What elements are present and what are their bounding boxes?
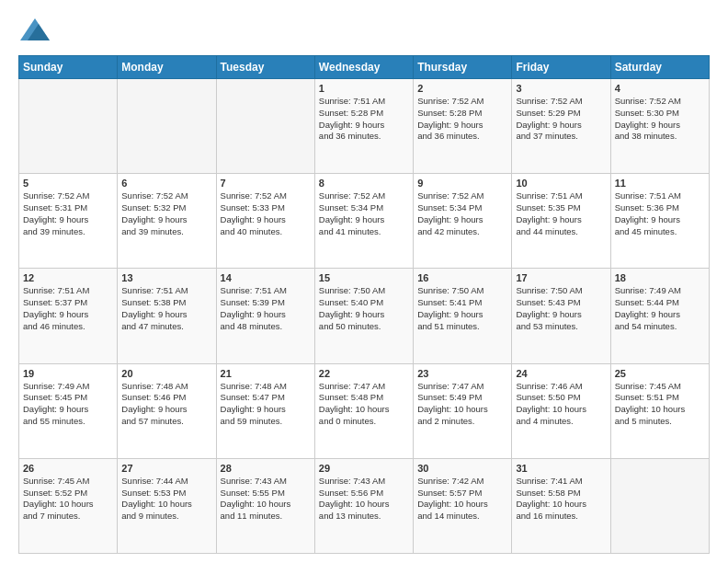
- day-cell: 28Sunrise: 7:43 AM Sunset: 5:55 PM Dayli…: [216, 458, 314, 553]
- day-cell: [118, 79, 216, 174]
- day-number: 3: [516, 83, 606, 94]
- header-cell-monday: Monday: [118, 56, 216, 79]
- day-cell: 27Sunrise: 7:44 AM Sunset: 5:53 PM Dayli…: [118, 458, 216, 553]
- day-cell: 23Sunrise: 7:47 AM Sunset: 5:49 PM Dayli…: [414, 363, 512, 458]
- day-cell: 25Sunrise: 7:45 AM Sunset: 5:51 PM Dayli…: [610, 363, 709, 458]
- day-number: 13: [121, 272, 211, 283]
- day-number: 26: [23, 463, 113, 474]
- day-detail: Sunrise: 7:49 AM Sunset: 5:44 PM Dayligh…: [615, 285, 705, 332]
- day-number: 9: [417, 178, 507, 189]
- day-number: 30: [417, 463, 507, 474]
- day-cell: 15Sunrise: 7:50 AM Sunset: 5:40 PM Dayli…: [314, 269, 413, 363]
- day-detail: Sunrise: 7:49 AM Sunset: 5:45 PM Dayligh…: [23, 381, 113, 428]
- day-cell: 14Sunrise: 7:51 AM Sunset: 5:39 PM Dayli…: [216, 269, 314, 363]
- header: [18, 15, 710, 48]
- day-detail: Sunrise: 7:45 AM Sunset: 5:51 PM Dayligh…: [615, 381, 705, 428]
- day-number: 11: [615, 178, 705, 189]
- day-detail: Sunrise: 7:41 AM Sunset: 5:58 PM Dayligh…: [516, 476, 606, 523]
- day-cell: 6Sunrise: 7:52 AM Sunset: 5:32 PM Daylig…: [118, 174, 216, 269]
- day-number: 23: [417, 368, 507, 379]
- day-detail: Sunrise: 7:47 AM Sunset: 5:48 PM Dayligh…: [319, 381, 409, 428]
- day-detail: Sunrise: 7:52 AM Sunset: 5:32 PM Dayligh…: [121, 190, 211, 237]
- header-cell-wednesday: Wednesday: [314, 56, 413, 79]
- header-cell-tuesday: Tuesday: [216, 56, 314, 79]
- day-detail: Sunrise: 7:48 AM Sunset: 5:46 PM Dayligh…: [121, 381, 211, 428]
- day-detail: Sunrise: 7:52 AM Sunset: 5:34 PM Dayligh…: [417, 190, 507, 237]
- day-detail: Sunrise: 7:52 AM Sunset: 5:33 PM Dayligh…: [221, 190, 311, 237]
- day-number: 19: [23, 368, 113, 379]
- day-number: 25: [615, 368, 705, 379]
- day-number: 29: [319, 463, 409, 474]
- day-detail: Sunrise: 7:43 AM Sunset: 5:56 PM Dayligh…: [319, 476, 409, 523]
- week-row-1: 5Sunrise: 7:52 AM Sunset: 5:31 PM Daylig…: [19, 174, 710, 269]
- day-number: 15: [319, 272, 409, 283]
- header-cell-saturday: Saturday: [610, 56, 709, 79]
- day-number: 8: [319, 178, 409, 189]
- day-cell: [19, 79, 118, 174]
- day-cell: 29Sunrise: 7:43 AM Sunset: 5:56 PM Dayli…: [314, 458, 413, 553]
- day-cell: 10Sunrise: 7:51 AM Sunset: 5:35 PM Dayli…: [512, 174, 610, 269]
- day-cell: 3Sunrise: 7:52 AM Sunset: 5:29 PM Daylig…: [512, 79, 610, 174]
- day-number: 28: [221, 463, 311, 474]
- header-cell-friday: Friday: [512, 56, 610, 79]
- day-number: 22: [319, 368, 409, 379]
- day-cell: 18Sunrise: 7:49 AM Sunset: 5:44 PM Dayli…: [610, 269, 709, 363]
- day-detail: Sunrise: 7:45 AM Sunset: 5:52 PM Dayligh…: [23, 476, 113, 523]
- day-number: 21: [221, 368, 311, 379]
- calendar-header: SundayMondayTuesdayWednesdayThursdayFrid…: [19, 56, 710, 79]
- day-number: 14: [221, 272, 311, 283]
- header-cell-thursday: Thursday: [414, 56, 512, 79]
- week-row-2: 12Sunrise: 7:51 AM Sunset: 5:37 PM Dayli…: [19, 269, 710, 363]
- day-cell: [610, 458, 709, 553]
- day-cell: 1Sunrise: 7:51 AM Sunset: 5:28 PM Daylig…: [314, 79, 413, 174]
- day-cell: 7Sunrise: 7:52 AM Sunset: 5:33 PM Daylig…: [216, 174, 314, 269]
- day-cell: 5Sunrise: 7:52 AM Sunset: 5:31 PM Daylig…: [19, 174, 118, 269]
- day-cell: 22Sunrise: 7:47 AM Sunset: 5:48 PM Dayli…: [314, 363, 413, 458]
- day-cell: 17Sunrise: 7:50 AM Sunset: 5:43 PM Dayli…: [512, 269, 610, 363]
- day-cell: 11Sunrise: 7:51 AM Sunset: 5:36 PM Dayli…: [610, 174, 709, 269]
- day-cell: 4Sunrise: 7:52 AM Sunset: 5:30 PM Daylig…: [610, 79, 709, 174]
- day-number: 18: [615, 272, 705, 283]
- day-detail: Sunrise: 7:51 AM Sunset: 5:38 PM Dayligh…: [121, 285, 211, 332]
- day-number: 10: [516, 178, 606, 189]
- day-detail: Sunrise: 7:51 AM Sunset: 5:36 PM Dayligh…: [615, 190, 705, 237]
- day-detail: Sunrise: 7:52 AM Sunset: 5:34 PM Dayligh…: [319, 190, 409, 237]
- day-detail: Sunrise: 7:52 AM Sunset: 5:31 PM Dayligh…: [23, 190, 113, 237]
- day-cell: [216, 79, 314, 174]
- day-cell: 2Sunrise: 7:52 AM Sunset: 5:28 PM Daylig…: [414, 79, 512, 174]
- day-detail: Sunrise: 7:46 AM Sunset: 5:50 PM Dayligh…: [516, 381, 606, 428]
- day-number: 4: [615, 83, 705, 94]
- header-cell-sunday: Sunday: [19, 56, 118, 79]
- day-detail: Sunrise: 7:52 AM Sunset: 5:28 PM Dayligh…: [417, 96, 507, 143]
- day-cell: 31Sunrise: 7:41 AM Sunset: 5:58 PM Dayli…: [512, 458, 610, 553]
- day-number: 20: [121, 368, 211, 379]
- day-detail: Sunrise: 7:42 AM Sunset: 5:57 PM Dayligh…: [417, 476, 507, 523]
- day-cell: 12Sunrise: 7:51 AM Sunset: 5:37 PM Dayli…: [19, 269, 118, 363]
- day-number: 5: [23, 178, 113, 189]
- day-cell: 8Sunrise: 7:52 AM Sunset: 5:34 PM Daylig…: [314, 174, 413, 269]
- day-detail: Sunrise: 7:48 AM Sunset: 5:47 PM Dayligh…: [221, 381, 311, 428]
- day-cell: 9Sunrise: 7:52 AM Sunset: 5:34 PM Daylig…: [414, 174, 512, 269]
- day-cell: 30Sunrise: 7:42 AM Sunset: 5:57 PM Dayli…: [414, 458, 512, 553]
- week-row-4: 26Sunrise: 7:45 AM Sunset: 5:52 PM Dayli…: [19, 458, 710, 553]
- day-detail: Sunrise: 7:51 AM Sunset: 5:35 PM Dayligh…: [516, 190, 606, 237]
- day-number: 31: [516, 463, 606, 474]
- logo-icon: [18, 15, 51, 48]
- day-cell: 19Sunrise: 7:49 AM Sunset: 5:45 PM Dayli…: [19, 363, 118, 458]
- day-detail: Sunrise: 7:50 AM Sunset: 5:41 PM Dayligh…: [417, 285, 507, 332]
- header-row: SundayMondayTuesdayWednesdayThursdayFrid…: [19, 56, 710, 79]
- day-detail: Sunrise: 7:52 AM Sunset: 5:29 PM Dayligh…: [516, 96, 606, 143]
- week-row-3: 19Sunrise: 7:49 AM Sunset: 5:45 PM Dayli…: [19, 363, 710, 458]
- day-detail: Sunrise: 7:51 AM Sunset: 5:28 PM Dayligh…: [319, 96, 409, 143]
- day-detail: Sunrise: 7:50 AM Sunset: 5:43 PM Dayligh…: [516, 285, 606, 332]
- day-number: 12: [23, 272, 113, 283]
- day-detail: Sunrise: 7:43 AM Sunset: 5:55 PM Dayligh…: [221, 476, 311, 523]
- day-detail: Sunrise: 7:51 AM Sunset: 5:39 PM Dayligh…: [221, 285, 311, 332]
- day-cell: 16Sunrise: 7:50 AM Sunset: 5:41 PM Dayli…: [414, 269, 512, 363]
- day-number: 1: [319, 83, 409, 94]
- logo: [18, 15, 57, 48]
- day-cell: 13Sunrise: 7:51 AM Sunset: 5:38 PM Dayli…: [118, 269, 216, 363]
- calendar-body: 1Sunrise: 7:51 AM Sunset: 5:28 PM Daylig…: [19, 79, 710, 554]
- day-number: 17: [516, 272, 606, 283]
- day-detail: Sunrise: 7:50 AM Sunset: 5:40 PM Dayligh…: [319, 285, 409, 332]
